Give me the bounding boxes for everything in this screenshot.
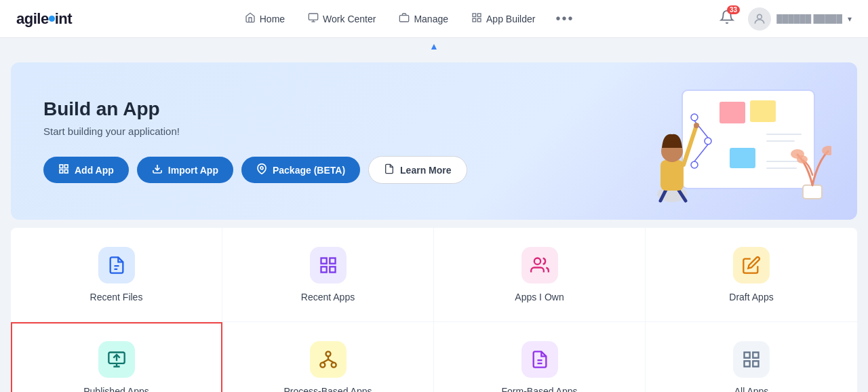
package-beta-label: Package (BETA)	[273, 165, 345, 176]
learn-more-label: Learn More	[400, 165, 451, 176]
collapse-bar[interactable]: ▲	[0, 38, 868, 54]
import-app-label: Import App	[168, 165, 218, 176]
illustration-svg	[635, 87, 831, 205]
hero-illustration	[635, 87, 825, 195]
hero-title: Build an App	[43, 98, 467, 120]
recent-apps-icon-wrap	[310, 247, 347, 283]
header-right: 33 ██████ █████ ▾	[717, 7, 852, 31]
package-icon	[256, 163, 267, 176]
svg-rect-9	[60, 165, 63, 168]
recent-apps-label: Recent Apps	[301, 292, 355, 302]
svg-rect-12	[64, 170, 68, 173]
collapse-icon: ▲	[429, 41, 439, 52]
cell-published-apps[interactable]: Published Apps	[11, 322, 222, 392]
user-menu[interactable]: ██████ █████ ▾	[748, 7, 852, 31]
import-app-button[interactable]: Import App	[137, 157, 233, 183]
nav-label-work-center: Work Center	[323, 14, 376, 24]
chevron-down-icon: ▾	[848, 14, 852, 24]
import-icon	[152, 163, 163, 176]
learn-more-icon	[384, 163, 395, 176]
svg-rect-35	[803, 185, 822, 199]
draft-apps-label: Draft Apps	[729, 292, 773, 302]
nav-item-work-center[interactable]: Work Center	[298, 7, 385, 31]
nav-item-app-builder[interactable]: App Builder	[462, 7, 545, 31]
cell-draft-apps[interactable]: Draft Apps	[646, 228, 857, 321]
app-grid: Recent Files Recent Apps Apps I Own Draf…	[11, 228, 857, 392]
header: agileint Home Work Center Manage App	[0, 0, 868, 38]
svg-rect-5	[477, 14, 481, 17]
svg-rect-11	[60, 170, 63, 173]
svg-rect-59	[753, 353, 758, 358]
home-icon	[245, 12, 256, 26]
nav-label-app-builder: App Builder	[486, 14, 535, 24]
nav-more-button[interactable]: •••	[549, 5, 580, 32]
svg-rect-31	[660, 160, 684, 191]
avatar	[748, 7, 771, 31]
svg-rect-16	[719, 102, 745, 123]
form-apps-icon-wrap	[521, 341, 558, 378]
notification-badge: 33	[727, 5, 740, 14]
nav-item-manage[interactable]: Manage	[389, 7, 458, 31]
recent-files-label: Recent Files	[90, 292, 143, 302]
grid-row-2: Published Apps Process-Based Apps Form-B…	[11, 322, 857, 392]
hero-subtitle: Start building your application!	[43, 125, 467, 137]
monitor-icon	[308, 12, 319, 26]
package-beta-button[interactable]: Package (BETA)	[241, 157, 360, 183]
svg-rect-41	[321, 258, 326, 264]
cell-recent-apps[interactable]: Recent Apps	[222, 228, 434, 321]
svg-rect-18	[730, 148, 755, 168]
svg-rect-3	[400, 15, 409, 21]
main-nav: Home Work Center Manage App Builder •••	[99, 5, 717, 32]
notification-button[interactable]: 33	[717, 7, 737, 31]
svg-rect-61	[753, 361, 758, 366]
svg-rect-6	[473, 18, 476, 22]
cell-process-based-apps[interactable]: Process-Based Apps	[222, 322, 434, 392]
hero-content: Build an App Start building your applica…	[43, 98, 467, 184]
recent-files-icon-wrap	[98, 247, 135, 283]
hero-actions: Add App Import App Package (BETA) Learn …	[43, 156, 467, 184]
svg-rect-15	[682, 90, 814, 189]
all-apps-label: All Apps	[734, 386, 769, 392]
nav-item-home[interactable]: Home	[235, 7, 294, 31]
svg-point-38	[797, 155, 808, 163]
svg-point-52	[331, 363, 336, 368]
svg-rect-0	[309, 14, 317, 20]
svg-rect-58	[745, 353, 750, 358]
apps-i-own-label: Apps I Own	[515, 292, 564, 302]
add-app-label: Add App	[75, 165, 114, 176]
cell-all-apps[interactable]: All Apps	[646, 322, 857, 392]
svg-point-8	[757, 14, 762, 19]
svg-rect-17	[750, 100, 776, 122]
user-name: ██████ █████	[776, 14, 842, 24]
svg-point-51	[320, 363, 325, 368]
grid-row-1: Recent Files Recent Apps Apps I Own Draf…	[11, 228, 857, 322]
svg-rect-60	[745, 361, 750, 366]
cell-form-based-apps[interactable]: Form-Based Apps	[434, 322, 646, 392]
svg-point-50	[326, 351, 330, 356]
svg-rect-10	[64, 165, 68, 168]
published-apps-icon-wrap	[98, 341, 135, 378]
svg-rect-4	[473, 14, 476, 17]
learn-more-button[interactable]: Learn More	[368, 156, 467, 184]
draft-apps-icon-wrap	[733, 247, 770, 283]
process-apps-icon-wrap	[310, 341, 347, 378]
briefcase-icon	[399, 12, 410, 26]
cell-apps-i-own[interactable]: Apps I Own	[434, 228, 646, 321]
published-apps-label: Published Apps	[83, 386, 149, 392]
add-app-button[interactable]: Add App	[43, 157, 129, 183]
process-based-apps-label: Process-Based Apps	[284, 386, 372, 392]
svg-rect-7	[477, 18, 481, 22]
apps-i-own-icon-wrap	[521, 247, 558, 283]
all-apps-icon-wrap	[733, 341, 770, 378]
svg-line-55	[328, 359, 334, 363]
logo[interactable]: agileint	[16, 10, 72, 28]
svg-point-34	[694, 123, 699, 128]
cell-recent-files[interactable]: Recent Files	[11, 228, 222, 321]
form-based-apps-label: Form-Based Apps	[501, 386, 577, 392]
svg-rect-43	[321, 267, 326, 272]
svg-rect-42	[330, 258, 335, 264]
svg-rect-44	[330, 267, 335, 272]
hero-banner: Build an App Start building your applica…	[11, 62, 857, 220]
nav-label-manage: Manage	[414, 14, 448, 24]
logo-text: agileint	[16, 10, 72, 28]
